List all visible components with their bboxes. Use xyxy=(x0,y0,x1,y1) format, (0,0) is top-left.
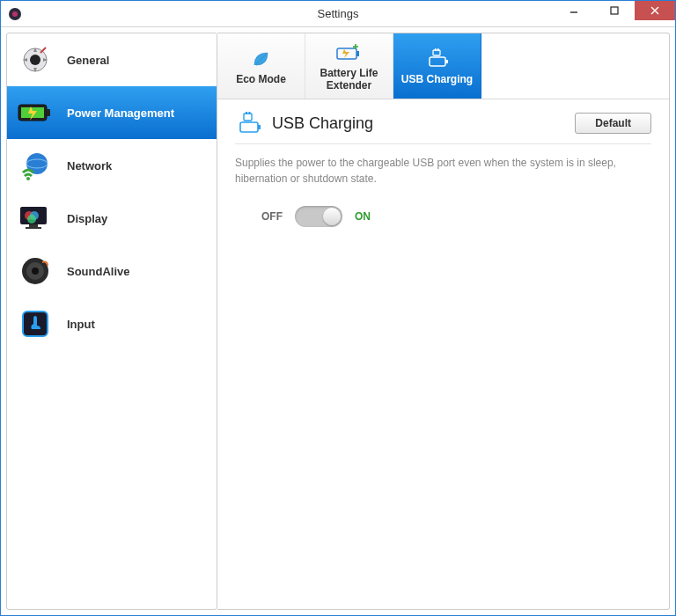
touch-icon xyxy=(18,306,53,341)
gear-icon xyxy=(18,42,53,77)
svg-rect-31 xyxy=(437,48,439,51)
maximize-button[interactable] xyxy=(594,1,635,20)
battery-icon xyxy=(18,95,53,130)
svg-rect-19 xyxy=(29,224,38,227)
panel-title: USB Charging xyxy=(272,114,566,133)
svg-point-23 xyxy=(32,268,39,275)
toggle-knob xyxy=(323,208,341,225)
toggle-on-label: ON xyxy=(355,210,371,223)
svg-rect-30 xyxy=(435,48,437,51)
battery-extend-icon xyxy=(335,40,364,65)
svg-rect-10 xyxy=(47,109,50,116)
titlebar: Settings xyxy=(1,1,675,27)
usb-charging-icon xyxy=(235,112,263,135)
svg-rect-35 xyxy=(246,112,247,114)
sidebar-item-general[interactable]: General xyxy=(7,33,217,86)
default-button[interactable]: Default xyxy=(575,113,651,134)
tab-eco-mode[interactable]: Eco Mode xyxy=(217,33,305,99)
svg-rect-32 xyxy=(240,122,258,132)
svg-rect-29 xyxy=(433,50,440,55)
svg-point-14 xyxy=(26,177,30,180)
sidebar-item-label: Network xyxy=(67,159,112,172)
sidebar-item-input[interactable]: Input xyxy=(7,297,217,350)
svg-point-1 xyxy=(12,11,18,17)
main-panel: Eco Mode Battery Life Extender xyxy=(217,33,670,610)
tab-label: USB Charging xyxy=(401,74,473,86)
content-area: USB Charging Default Supplies the power … xyxy=(217,99,669,239)
svg-rect-28 xyxy=(445,60,448,63)
usb-charging-toggle[interactable] xyxy=(295,206,342,227)
tab-label: Battery Life Extender xyxy=(305,68,393,92)
svg-point-18 xyxy=(27,215,36,224)
sidebar-item-label: SoundAlive xyxy=(67,265,130,278)
svg-rect-27 xyxy=(430,57,445,66)
content-header: USB Charging Default xyxy=(235,112,651,144)
svg-rect-20 xyxy=(26,227,41,229)
tabs: Eco Mode Battery Life Extender xyxy=(217,33,669,99)
globe-wifi-icon xyxy=(18,148,53,183)
svg-rect-36 xyxy=(249,112,251,114)
display-icon xyxy=(18,201,53,236)
settings-window: Settings xyxy=(0,0,676,616)
window-controls xyxy=(554,1,675,26)
tab-battery-life-extender[interactable]: Battery Life Extender xyxy=(305,33,393,99)
sidebar-item-label: Input xyxy=(67,318,95,331)
sidebar: General Power Management xyxy=(6,33,217,610)
window-body: General Power Management xyxy=(1,27,675,615)
tab-usb-charging[interactable]: USB Charging xyxy=(393,33,481,99)
leaf-icon xyxy=(250,47,273,71)
tab-label: Eco Mode xyxy=(236,74,286,86)
sidebar-item-display[interactable]: Display xyxy=(7,192,217,245)
toggle-row: OFF ON xyxy=(235,206,651,227)
minimize-button[interactable] xyxy=(554,1,594,20)
sidebar-item-label: Display xyxy=(67,212,107,225)
usb-charging-icon xyxy=(424,47,451,71)
close-button[interactable] xyxy=(635,1,675,20)
panel-description: Supplies the power to the chargeable USB… xyxy=(235,155,651,187)
sidebar-item-label: Power Management xyxy=(67,106,174,120)
svg-point-7 xyxy=(30,55,40,65)
svg-rect-34 xyxy=(244,114,252,121)
svg-rect-33 xyxy=(258,125,261,129)
sidebar-item-label: General xyxy=(67,54,109,67)
speaker-icon xyxy=(18,253,53,289)
app-icon xyxy=(6,5,24,23)
sidebar-item-soundalive[interactable]: SoundAlive xyxy=(7,245,217,297)
svg-rect-26 xyxy=(356,51,359,56)
toggle-off-label: OFF xyxy=(261,210,283,223)
sidebar-item-network[interactable]: Network xyxy=(7,139,217,192)
sidebar-item-power-management[interactable]: Power Management xyxy=(7,86,217,139)
svg-rect-3 xyxy=(611,7,618,14)
